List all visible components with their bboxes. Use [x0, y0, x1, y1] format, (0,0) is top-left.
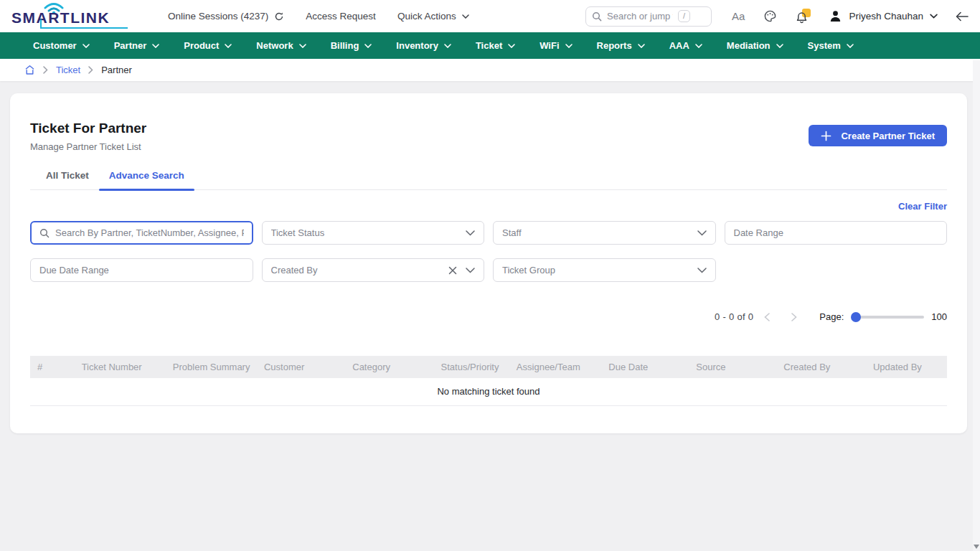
date-range-input[interactable] — [734, 227, 938, 238]
breadcrumb-current: Partner — [101, 65, 132, 75]
nav-item-aaa[interactable]: AAA — [669, 40, 702, 51]
chevron-down-icon — [444, 44, 451, 48]
nav-item-wifi[interactable]: WiFi — [540, 40, 572, 51]
clear-filter-row: Clear Filter — [30, 201, 947, 212]
col-status-priority: Status/Priority — [434, 356, 509, 378]
pagination-prev-button[interactable] — [753, 313, 781, 321]
col-updated-by: Updated By — [866, 356, 947, 378]
breadcrumb-ticket-link[interactable]: Ticket — [56, 65, 80, 75]
refresh-icon[interactable] — [274, 11, 284, 22]
created-by-placeholder: Created By — [271, 265, 443, 276]
due-date-range-input[interactable] — [39, 265, 244, 276]
date-range-field[interactable] — [725, 221, 948, 245]
quick-actions-menu[interactable]: Quick Actions — [397, 11, 469, 22]
nav-item-label: System — [808, 40, 841, 51]
ticket-status-placeholder: Ticket Status — [271, 227, 461, 238]
nav-item-inventory[interactable]: Inventory — [396, 40, 451, 51]
smartlink-logo[interactable]: SMARTLINK — [11, 2, 132, 31]
nav-item-label: Ticket — [476, 40, 502, 51]
top-right-controls: / Aa Priyes — [585, 6, 969, 27]
plus-icon — [821, 131, 831, 141]
chevron-down-icon — [83, 44, 90, 48]
top-nav-links: Online Sessions (4237) Access Request Qu… — [168, 11, 469, 22]
ticket-tabs: All Ticket Advance Search — [30, 170, 947, 190]
partner-search-field[interactable] — [30, 221, 253, 245]
global-search-input[interactable] — [607, 11, 673, 22]
page-size-value: 100 — [931, 311, 947, 322]
nav-item-billing[interactable]: Billing — [331, 40, 372, 51]
table-header-row: # Ticket Number Problem Summary Customer… — [30, 356, 947, 378]
clear-filter-link[interactable]: Clear Filter — [898, 201, 947, 212]
col-customer: Customer — [257, 356, 345, 378]
col-source: Source — [689, 356, 776, 378]
due-date-range-field[interactable] — [30, 258, 253, 282]
ticket-status-select[interactable]: Ticket Status — [262, 221, 485, 245]
col-index: # — [30, 356, 75, 378]
tab-advance-search[interactable]: Advance Search — [99, 170, 194, 189]
filter-grid-spacer — [725, 258, 948, 282]
theme-palette-button[interactable] — [763, 9, 777, 23]
pagination-next-button[interactable] — [781, 313, 808, 321]
chevron-down-icon — [152, 44, 159, 48]
nav-item-ticket[interactable]: Ticket — [476, 40, 515, 51]
title-row: Ticket For Partner Manage Partner Ticket… — [30, 93, 947, 152]
nav-item-mediation[interactable]: Mediation — [727, 40, 783, 51]
ticket-for-partner-card: Ticket For Partner Manage Partner Ticket… — [10, 93, 967, 433]
pagination-range: 0 - 0 of 0 — [715, 311, 753, 322]
nav-item-system[interactable]: System — [808, 40, 854, 51]
page-size-slider[interactable] — [852, 316, 924, 319]
chevron-left-icon — [764, 313, 770, 321]
access-request-link[interactable]: Access Request — [306, 11, 376, 22]
chevron-down-icon — [299, 44, 306, 48]
online-sessions-link[interactable]: Online Sessions (4237) — [168, 11, 284, 22]
ticket-group-select[interactable]: Ticket Group — [493, 258, 716, 282]
page-title: Ticket For Partner — [30, 121, 146, 136]
tickets-table: # Ticket Number Problem Summary Customer… — [30, 356, 947, 406]
col-created-by: Created By — [776, 356, 866, 378]
nav-item-partner[interactable]: Partner — [114, 40, 160, 51]
col-category: Category — [345, 356, 433, 378]
logo-wordmark: SMARTLINK — [11, 9, 110, 27]
advance-search-filters: Ticket Status Staff Created By Ticket Gr… — [30, 221, 947, 282]
nav-item-product[interactable]: Product — [184, 40, 232, 51]
chevron-down-icon — [466, 230, 475, 236]
tab-all-ticket[interactable]: All Ticket — [36, 170, 99, 189]
pagination-bar: 0 - 0 of 0 Page: 100 — [30, 311, 947, 322]
col-ticket-number: Ticket Number — [75, 356, 166, 378]
user-menu[interactable]: Priyesh Chauhan — [829, 9, 938, 23]
slider-handle[interactable] — [851, 312, 861, 322]
chevron-down-icon — [364, 44, 372, 48]
col-assignee-team: Assignee/Team — [509, 356, 601, 378]
chevron-right-icon — [43, 66, 48, 74]
notifications-button[interactable] — [796, 9, 810, 24]
bell-icon — [796, 11, 808, 24]
chevron-down-icon — [697, 230, 707, 236]
page-subtitle: Manage Partner Ticket List — [30, 141, 146, 152]
nav-item-label: Product — [184, 40, 219, 51]
create-button-label: Create Partner Ticket — [841, 131, 935, 141]
staff-select[interactable]: Staff — [493, 221, 716, 245]
created-by-select[interactable]: Created By — [262, 258, 485, 282]
top-header: SMARTLINK Online Sessions (4237) Access … — [0, 0, 980, 32]
global-search[interactable]: / — [585, 6, 712, 27]
clear-x-icon[interactable] — [448, 266, 457, 275]
search-icon — [39, 228, 50, 238]
nav-item-reports[interactable]: Reports — [597, 40, 645, 51]
create-partner-ticket-button[interactable]: Create Partner Ticket — [809, 125, 947, 146]
palette-icon — [763, 9, 777, 23]
home-icon[interactable] — [24, 65, 35, 75]
page-size-label: Page: — [819, 311, 844, 322]
chevron-down-icon — [930, 14, 938, 19]
nav-item-network[interactable]: Network — [256, 40, 306, 51]
user-name: Priyesh Chauhan — [849, 11, 923, 22]
font-size-toggle[interactable]: Aa — [732, 10, 745, 22]
vertical-scrollbar[interactable] — [973, 60, 980, 551]
partner-search-input[interactable] — [55, 227, 244, 238]
empty-state-message: No matching ticket found — [30, 378, 947, 405]
nav-item-customer[interactable]: Customer — [33, 40, 90, 51]
col-due-date: Due Date — [601, 356, 689, 378]
user-avatar-icon — [829, 9, 842, 23]
nav-item-label: WiFi — [540, 40, 559, 51]
collapse-back-button[interactable] — [955, 11, 969, 22]
scroll-down-arrow-icon[interactable] — [974, 545, 979, 549]
